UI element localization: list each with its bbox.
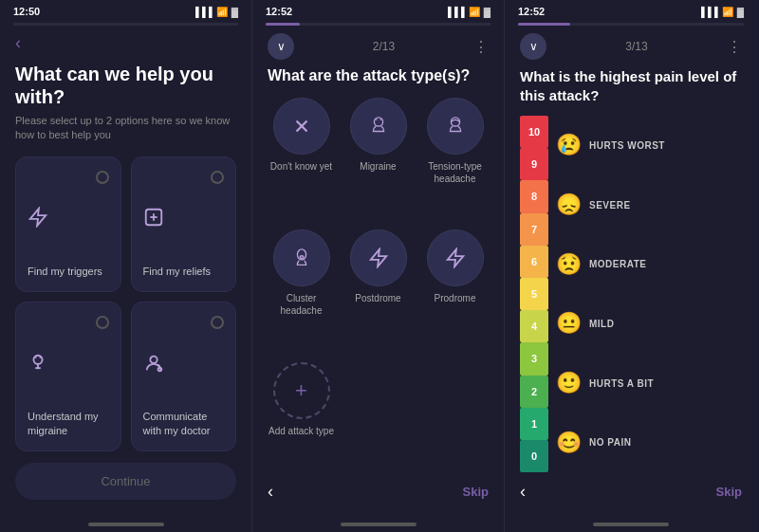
attack-tension[interactable]: Tension-type headache	[421, 98, 489, 220]
attack-postdrome[interactable]: Postdrome	[344, 229, 412, 352]
attack-prodrome[interactable]: Prodrome	[421, 229, 489, 352]
pain-level-4[interactable]: 4	[520, 310, 548, 342]
pain-level-3[interactable]: 3	[520, 342, 548, 375]
home-indicator-2	[341, 523, 417, 526]
screen-1: 12:50 ▐▐▐ 📶 ▓ ‹ What can we help you wit…	[0, 0, 252, 532]
status-bar-3: 12:52 ▐▐▐ 📶 ▓	[505, 0, 757, 21]
pain-level-5[interactable]: 5	[520, 278, 548, 310]
back-nav-2[interactable]: ‹	[268, 482, 273, 502]
pain-level-7[interactable]: 7	[520, 213, 548, 246]
prodrome-icon	[427, 229, 484, 286]
pain-scale: 109876543210 😢HURTS WORST😞SEVERE😟MODERAT…	[520, 116, 742, 472]
pain-text-label: NO PAIN	[589, 437, 631, 448]
migraine-icon	[28, 353, 48, 379]
pain-face-icon: 🙂	[556, 371, 582, 395]
attack-dont-know[interactable]: Don't know yet	[268, 98, 335, 220]
option-triggers[interactable]: Find my triggers	[15, 156, 121, 292]
pain-descriptor-mild: 😐MILD	[556, 294, 742, 354]
pain-descriptor-hurts-a-bit: 🙂HURTS A BIT	[556, 354, 742, 413]
chevron-back-2[interactable]: ∨	[268, 33, 294, 60]
screen3-content: ∨ 3/13 ⋮ What is the highest pain level …	[505, 26, 757, 523]
option-reliefs[interactable]: Find my reliefs	[131, 156, 237, 292]
status-icons-1: ▐▐▐ 📶 ▓	[192, 7, 238, 17]
pain-text-label: MODERATE	[589, 259, 646, 269]
reliefs-label: Find my reliefs	[143, 265, 212, 278]
pain-level-1[interactable]: 1	[520, 408, 548, 440]
option-radio-triggers	[96, 171, 109, 184]
triggers-icon	[28, 207, 48, 233]
back-button-1[interactable]: ‹	[15, 33, 236, 53]
options-grid: Find my triggers Find my reliefs	[15, 156, 236, 451]
option-radio-doctor	[211, 316, 224, 329]
screen3-header: ∨ 3/13 ⋮	[520, 33, 742, 60]
wifi-icon-3: 📶	[722, 7, 733, 17]
svg-point-4	[150, 356, 157, 362]
svg-point-11	[300, 256, 304, 259]
pain-numbers: 109876543210	[520, 116, 548, 472]
screen3-title: What is the highest pain level of this a…	[520, 67, 742, 104]
option-doctor[interactable]: Communicate with my doctor	[131, 302, 237, 451]
pain-text-label: HURTS A BIT	[589, 378, 654, 389]
attack-cluster[interactable]: Cluster headache	[268, 229, 335, 352]
time-3: 12:52	[518, 6, 545, 17]
home-indicator-1	[88, 523, 164, 526]
postdrome-label: Postdrome	[355, 292, 400, 304]
more-options-3[interactable]: ⋮	[727, 38, 742, 56]
option-migraine[interactable]: Understand my migraine	[15, 302, 121, 451]
more-options-2[interactable]: ⋮	[473, 38, 489, 56]
attack-type-grid: Don't know yet Migraine	[268, 98, 489, 472]
back-nav-3[interactable]: ‹	[520, 482, 526, 502]
doctor-icon	[143, 353, 164, 379]
step-counter-2: 2/13	[373, 40, 395, 53]
home-indicator-3	[593, 523, 669, 526]
screen1-subtitle: Please select up to 2 options here so we…	[15, 114, 236, 143]
screen-3: 12:52 ▐▐▐ 📶 ▓ ∨ 3/13 ⋮ What is the highe…	[505, 0, 757, 532]
wifi-icon-2: 📶	[469, 7, 480, 17]
pain-face-icon: 😢	[556, 133, 582, 157]
screen1-title: What can we help you with?	[15, 63, 236, 108]
pain-face-icon: 😞	[556, 193, 582, 217]
screen2-title: What are the attack type(s)?	[268, 67, 489, 84]
doctor-label: Communicate with my doctor	[143, 410, 225, 437]
pain-level-9[interactable]: 9	[520, 148, 548, 180]
skip-button-3[interactable]: Skip	[716, 485, 742, 499]
signal-icon-2: ▐▐▐	[444, 7, 464, 17]
status-icons-2: ▐▐▐ 📶 ▓	[444, 7, 491, 17]
screen-2: 12:52 ▐▐▐ 📶 ▓ ∨ 2/13 ⋮ What are the atta…	[252, 0, 505, 532]
screen2-content: ∨ 2/13 ⋮ What are the attack type(s)? Do…	[252, 26, 504, 523]
add-type-icon: +	[273, 362, 330, 419]
screen3-bottom: ‹ Skip	[520, 472, 742, 515]
dont-know-icon	[273, 98, 330, 155]
tension-icon	[427, 98, 484, 155]
migraine-attack-icon	[350, 98, 407, 155]
pain-descriptor-hurts-worst: 😢HURTS WORST	[556, 116, 742, 175]
cluster-icon	[273, 229, 330, 286]
pain-level-6[interactable]: 6	[520, 246, 548, 278]
attack-migraine[interactable]: Migraine	[344, 98, 412, 220]
signal-icon: ▐▐▐	[192, 7, 212, 17]
pain-descriptor-no-pain: 😊NO PAIN	[556, 413, 742, 472]
status-icons-3: ▐▐▐ 📶 ▓	[697, 7, 744, 17]
chevron-back-3[interactable]: ∨	[520, 33, 546, 60]
continue-button[interactable]: Continue	[15, 463, 236, 500]
pain-descriptor-moderate: 😟MODERATE	[556, 234, 742, 294]
option-radio-reliefs	[211, 171, 224, 184]
wifi-icon: 📶	[216, 7, 228, 17]
pain-level-2[interactable]: 2	[520, 376, 548, 408]
screen1-content: ‹ What can we help you with? Please sele…	[0, 26, 251, 523]
pain-face-icon: 😟	[556, 252, 582, 277]
pain-face-icon: 😐	[556, 311, 582, 336]
attack-add[interactable]: + Add attack type	[268, 362, 335, 472]
reliefs-icon	[143, 207, 164, 233]
dont-know-label: Don't know yet	[270, 160, 332, 173]
pain-level-10[interactable]: 10	[520, 116, 548, 148]
skip-button-2[interactable]: Skip	[463, 485, 489, 499]
pain-descriptor-severe: 😞SEVERE	[556, 175, 742, 235]
time-2: 12:52	[266, 6, 292, 17]
migraine-label: Understand my migraine	[28, 410, 109, 437]
tension-label: Tension-type headache	[421, 160, 489, 185]
prodrome-label: Prodrome	[435, 292, 476, 304]
pain-level-0[interactable]: 0	[520, 440, 548, 472]
add-type-label: Add attack type	[268, 425, 334, 437]
pain-level-8[interactable]: 8	[520, 180, 548, 212]
